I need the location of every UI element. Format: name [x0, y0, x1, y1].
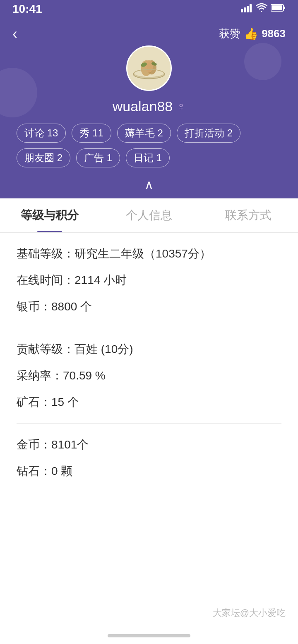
- info-row: 银币：8800 个: [17, 298, 281, 315]
- profile-header: ‹ 获赞 👍 9863: [0, 18, 298, 198]
- tag-item[interactable]: 广告 1: [76, 148, 120, 167]
- svg-rect-5: [272, 5, 282, 10]
- chevron-up-icon[interactable]: ∧: [144, 177, 154, 192]
- section-group-2: 金币：8101个钻石：0 颗: [17, 436, 281, 492]
- svg-point-12: [145, 60, 153, 72]
- info-row: 在线时间：2114 小时: [17, 272, 281, 289]
- section-group-1: 贡献等级：百姓 (10分)采纳率：70.59 %矿石：15 个: [17, 341, 281, 424]
- username-row: wualan88 ♀: [12, 98, 286, 114]
- svg-rect-1: [244, 7, 246, 12]
- tab-等级与积分[interactable]: 等级与积分: [0, 198, 99, 232]
- signal-icon: [241, 3, 252, 15]
- likes-number: 9863: [262, 27, 286, 40]
- back-button[interactable]: ‹: [12, 26, 17, 41]
- avatar-container: [12, 45, 286, 91]
- gender-icon: ♀: [177, 100, 185, 113]
- tags-area: 讨论 13秀 11薅羊毛 2打折活动 2朋友圈 2广告 1日记 1: [12, 124, 286, 167]
- deco-circle-right: [244, 43, 281, 80]
- status-icons: [241, 3, 286, 15]
- likes-count: 获赞 👍 9863: [219, 26, 286, 41]
- tag-item[interactable]: 朋友圈 2: [17, 148, 70, 167]
- likes-label: 获赞: [219, 26, 240, 41]
- info-row: 采纳率：70.59 %: [17, 367, 281, 384]
- battery-icon: [271, 4, 286, 14]
- tab-联系方式[interactable]: 联系方式: [199, 198, 298, 232]
- tabs: 等级与积分个人信息联系方式: [0, 198, 298, 233]
- home-indicator: [108, 634, 190, 637]
- tag-item[interactable]: 讨论 13: [17, 124, 66, 143]
- info-row: 钻石：0 颗: [17, 463, 281, 480]
- wifi-icon: [256, 3, 267, 15]
- svg-rect-2: [247, 6, 249, 12]
- info-row: 基础等级：研究生二年级（10357分）: [17, 245, 281, 262]
- status-bar: 10:41: [0, 0, 298, 18]
- section-group-0: 基础等级：研究生二年级（10357分）在线时间：2114 小时银币：8800 个: [17, 245, 281, 328]
- content-area: 基础等级：研究生二年级（10357分）在线时间：2114 小时银币：8800 个…: [0, 233, 298, 517]
- likes-thumb-icon: 👍: [244, 27, 258, 41]
- svg-rect-6: [284, 7, 285, 9]
- username: wualan88: [113, 98, 173, 114]
- status-time: 10:41: [12, 2, 42, 16]
- svg-rect-3: [250, 4, 252, 12]
- svg-rect-0: [241, 9, 243, 12]
- info-row: 金币：8101个: [17, 436, 281, 453]
- info-row: 贡献等级：百姓 (10分): [17, 341, 281, 358]
- avatar: [126, 45, 172, 91]
- collapse-row[interactable]: ∧: [12, 173, 286, 198]
- tag-item[interactable]: 日记 1: [126, 148, 170, 167]
- tag-item[interactable]: 薅羊毛 2: [117, 124, 171, 143]
- footer-watermark: 大家坛@大小爱吃: [213, 607, 286, 619]
- tab-个人信息[interactable]: 个人信息: [99, 198, 199, 232]
- tag-item[interactable]: 秀 11: [72, 124, 111, 143]
- tag-item[interactable]: 打折活动 2: [177, 124, 240, 143]
- info-row: 矿石：15 个: [17, 394, 281, 411]
